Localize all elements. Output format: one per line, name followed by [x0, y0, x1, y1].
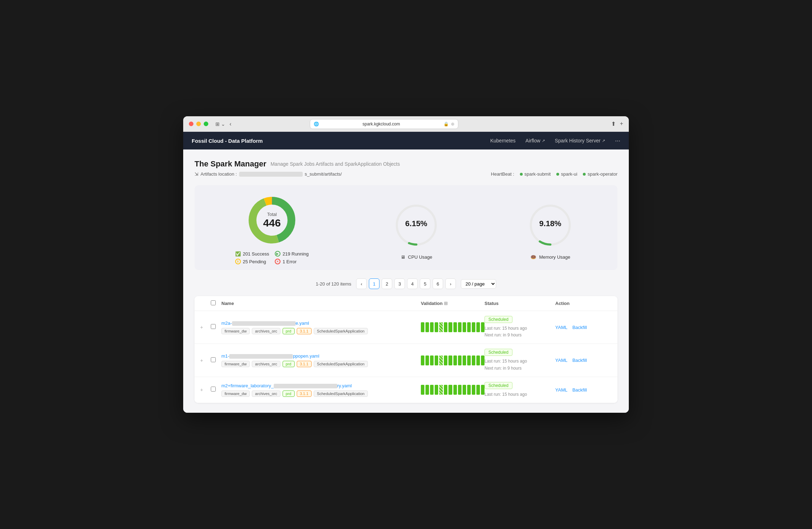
share-icon[interactable]: ⬆: [611, 121, 616, 127]
bar-9: [458, 322, 462, 332]
tag-type-1[interactable]: ScheduledSparkApplication: [314, 328, 368, 334]
tag-prd-3[interactable]: prd: [283, 390, 295, 397]
memory-label: Memory Usage: [539, 254, 570, 260]
bar-12: [472, 322, 475, 332]
tag-version-2[interactable]: 3.1.1: [297, 361, 312, 367]
memory-gauge-container: 9.18% 🍩 Memory Usage: [524, 199, 577, 260]
page-3-button[interactable]: 3: [394, 278, 405, 289]
row-3-checkbox[interactable]: [211, 387, 221, 393]
page-6-button[interactable]: 6: [433, 278, 443, 289]
row-1-tags: firmware_dw archives_orc prd 3.1.1 Sched…: [221, 328, 421, 334]
prev-page-button[interactable]: ‹: [356, 278, 367, 289]
page-5-button[interactable]: 5: [420, 278, 430, 289]
meta-row: ⇲ Artifacts location : s_submit/artifact…: [195, 171, 617, 177]
row-3-name-link[interactable]: m2+firmware_laboratory_ry.yaml: [221, 383, 421, 388]
per-page-select[interactable]: 20 / page 50 / page 100 / page: [461, 279, 496, 289]
hb-dot-operator: [583, 173, 586, 176]
donut-center: Total 446: [263, 212, 281, 229]
row-3-backfill-link[interactable]: Backfill: [572, 387, 587, 393]
lock-icon: 🔒: [443, 122, 449, 127]
row-2-yaml-link[interactable]: YAML: [555, 358, 567, 363]
bar3-13: [476, 385, 480, 395]
row-1-backfill-link[interactable]: Backfill: [572, 325, 587, 330]
row-1-name-link[interactable]: m2a-e.yaml: [221, 321, 421, 326]
titlebar: ⊞ ⌄ ‹ 🌐 spark.kgkcloud.com 🔒 ⊕ ⬆ +: [183, 116, 629, 132]
row-2-status: Scheduled Last run: 15 hours ago Next ru…: [485, 349, 555, 371]
bar-6: [444, 322, 447, 332]
artifacts-label: Artifacts location :: [201, 171, 237, 177]
legend-error-text: 1 Error: [283, 259, 297, 264]
table-row: + m2a-e.yaml firmware_dw archives_orc pr…: [195, 311, 617, 344]
tag-type-3[interactable]: ScheduledSparkApplication: [314, 390, 368, 397]
memory-icon: 🍩: [530, 254, 536, 260]
tag-version-1[interactable]: 3.1.1: [297, 328, 312, 334]
bar-10: [463, 322, 466, 332]
row-1-yaml-link[interactable]: YAML: [555, 325, 567, 330]
minimize-button[interactable]: [196, 122, 201, 126]
tag-type-2[interactable]: ScheduledSparkApplication: [314, 361, 368, 367]
page-2-button[interactable]: 2: [382, 278, 392, 289]
cpu-gauge-container: 6.15% 🖥 CPU Usage: [390, 199, 443, 260]
name-col-label: Name: [221, 301, 234, 306]
tag-archives-orc-2[interactable]: archives_orc: [252, 361, 280, 367]
navbar-more-button[interactable]: ···: [615, 137, 620, 145]
row-2-name-blurred: [229, 354, 293, 359]
row-3-validation: [421, 385, 485, 395]
tag-firmware-dw-1[interactable]: firmware_dw: [221, 328, 250, 334]
hb-label-ui: spark-ui: [561, 171, 577, 177]
cpu-label: CPU Usage: [408, 254, 433, 260]
nav-airflow[interactable]: Airflow ↗: [526, 138, 545, 143]
bar3-12: [472, 385, 475, 395]
col-checkbox-header[interactable]: [211, 300, 221, 306]
row-1-checkbox[interactable]: [211, 324, 221, 330]
col-action-header: Action: [555, 301, 612, 306]
row-1-name-suffix: e.yaml: [296, 321, 309, 326]
page-header: The Spark Manager Manage Spark Jobs Arti…: [195, 159, 617, 169]
nav-spark-history-server[interactable]: Spark History Server ↗: [555, 138, 605, 143]
row-2-expand[interactable]: +: [200, 358, 211, 363]
row-3-check[interactable]: [211, 387, 216, 392]
row-2-check[interactable]: [211, 357, 216, 362]
maximize-button[interactable]: [204, 122, 208, 126]
row-2-name-prefix: m1-: [221, 353, 229, 359]
address-bar[interactable]: 🌐 spark.kgkcloud.com 🔒 ⊕: [310, 119, 458, 129]
next-page-button[interactable]: ›: [445, 278, 456, 289]
filter-icon[interactable]: ⊞: [444, 301, 448, 306]
row-1-check[interactable]: [211, 324, 216, 329]
row-2-name-link[interactable]: m1-ppopen.yaml: [221, 353, 421, 359]
row-3-status: Scheduled Last run: 15 hours ago: [485, 382, 555, 398]
action-col-label: Action: [555, 301, 569, 306]
hb-label-operator: spark-operator: [587, 171, 617, 177]
newtab-icon[interactable]: +: [620, 121, 623, 127]
row-1-status: Scheduled Last run: 15 hours ago Next ru…: [485, 316, 555, 339]
tag-prd-2[interactable]: prd: [283, 361, 295, 367]
select-all-checkbox[interactable]: [211, 300, 216, 305]
error-icon: ✕: [275, 259, 280, 264]
main-content: The Spark Manager Manage Spark Jobs Arti…: [183, 149, 629, 413]
sidebar-toggle-button[interactable]: ⊞ ⌄: [215, 121, 225, 127]
tag-archives-orc-3[interactable]: archives_orc: [252, 390, 280, 397]
nav-kubernetes[interactable]: Kubernetes: [490, 138, 516, 143]
bar-8: [453, 322, 457, 332]
row-1-expand[interactable]: +: [200, 324, 211, 330]
row-2-name: m1-ppopen.yaml firmware_dw archives_orc …: [221, 353, 421, 367]
hb-label-submit: spark-submit: [524, 171, 551, 177]
row-3-yaml-link[interactable]: YAML: [555, 387, 567, 393]
row-2-checkbox[interactable]: [211, 357, 221, 364]
page-1-button[interactable]: 1: [369, 278, 379, 289]
close-button[interactable]: [189, 122, 193, 126]
row-1-name: m2a-e.yaml firmware_dw archives_orc prd …: [221, 321, 421, 334]
jobs-table: Name Validation ⊞ Status Action +: [195, 296, 617, 403]
tag-firmware-dw-3[interactable]: firmware_dw: [221, 390, 250, 397]
tag-prd-1[interactable]: prd: [283, 328, 295, 334]
tag-firmware-dw-2[interactable]: firmware_dw: [221, 361, 250, 367]
running-icon: ▶: [275, 251, 280, 257]
hb-dot-ui: [556, 173, 559, 176]
tag-version-3[interactable]: 3.1.1: [297, 390, 312, 397]
row-2-backfill-link[interactable]: Backfill: [572, 358, 587, 363]
tag-archives-orc-1[interactable]: archives_orc: [252, 328, 280, 334]
row-3-expand[interactable]: +: [200, 387, 211, 393]
back-button[interactable]: ‹: [230, 121, 231, 127]
page-4-button[interactable]: 4: [407, 278, 418, 289]
row-3-name-suffix: ry.yaml: [337, 383, 352, 388]
